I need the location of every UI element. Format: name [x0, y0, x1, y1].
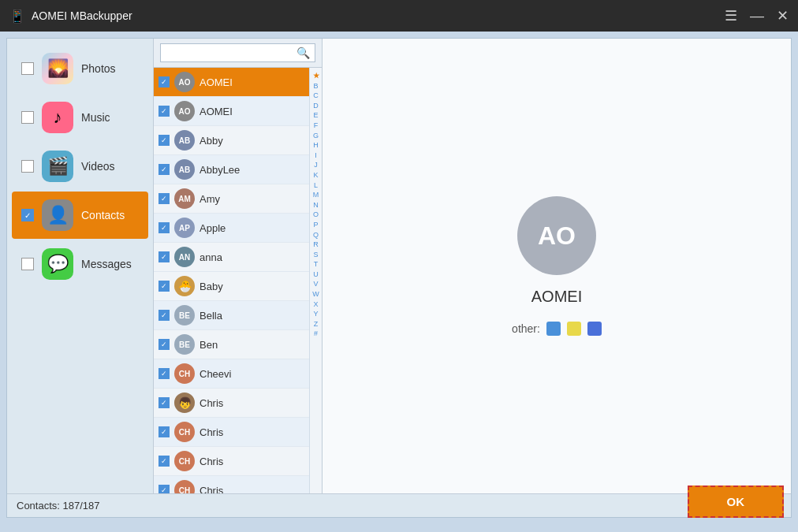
search-box[interactable]: 🔍: [160, 43, 315, 62]
contact-checkbox[interactable]: ✓: [158, 76, 170, 87]
category-checkbox-videos[interactable]: [21, 160, 34, 173]
contact-name: Apple: [200, 222, 226, 234]
contact-checkbox[interactable]: ✓: [158, 135, 170, 146]
alpha-index-item[interactable]: E: [313, 110, 318, 121]
category-label-videos: Videos: [81, 160, 115, 173]
titlebar-left: 📱 AOMEI MBackupper: [9, 9, 132, 24]
category-label-music: Music: [81, 111, 110, 124]
search-input[interactable]: [166, 47, 293, 58]
alpha-index-item[interactable]: X: [313, 299, 318, 310]
list-item[interactable]: ✓ BE Ben: [154, 330, 309, 359]
alpha-index-item[interactable]: O: [313, 210, 319, 220]
list-item[interactable]: ✓ AO AOMEI: [154, 68, 309, 97]
alpha-index-item[interactable]: C: [313, 91, 319, 101]
contact-avatar: CH: [174, 363, 195, 384]
contact-checkbox[interactable]: ✓: [158, 426, 170, 437]
contact-avatar: AO: [174, 101, 195, 121]
list-item[interactable]: ✓ BE Bella: [154, 301, 309, 330]
contact-avatar: AP: [174, 218, 195, 238]
alpha-index-item[interactable]: R: [313, 240, 319, 250]
list-item[interactable]: ✓ AB AbbyLee: [154, 155, 309, 184]
list-item[interactable]: ✓ CH Chris: [154, 447, 309, 476]
list-item[interactable]: ✓ AP Apple: [154, 214, 309, 243]
alpha-index-item[interactable]: G: [313, 131, 319, 141]
category-icon-videos: 🎬: [42, 151, 73, 182]
alpha-index-item[interactable]: V: [313, 279, 318, 289]
alpha-index-item[interactable]: D: [313, 101, 319, 111]
list-item[interactable]: ✓ CH Chris: [154, 476, 309, 493]
alpha-index-item[interactable]: P: [313, 220, 318, 230]
alpha-index-item[interactable]: Y: [313, 309, 318, 319]
contact-name: Ben: [200, 339, 218, 351]
category-label-photos: Photos: [81, 62, 116, 75]
alpha-index-item[interactable]: N: [313, 200, 319, 210]
alpha-index-item[interactable]: W: [312, 289, 319, 299]
contact-name: Cheevi: [200, 368, 231, 380]
category-item-messages[interactable]: 💬 Messages: [12, 240, 148, 288]
list-item[interactable]: ✓ AM Amy: [154, 184, 309, 214]
alpha-index-item[interactable]: L: [314, 180, 318, 191]
contact-name: Chris: [200, 456, 223, 467]
alpha-index-item[interactable]: H: [313, 140, 319, 151]
contact-name: Bella: [200, 310, 222, 322]
contact-checkbox[interactable]: ✓: [158, 251, 170, 262]
category-checkbox-messages[interactable]: [21, 258, 34, 270]
contact-name: Chris: [200, 485, 223, 494]
alpha-index-item[interactable]: I: [315, 151, 317, 161]
alpha-index-item[interactable]: T: [314, 259, 319, 270]
category-icon-photos: 🌄: [42, 53, 73, 84]
contact-checkbox[interactable]: ✓: [158, 339, 170, 350]
detail-avatar-initials: AO: [538, 221, 576, 251]
contact-checkbox[interactable]: ✓: [158, 310, 170, 321]
list-item[interactable]: ✓ AO AOMEI: [154, 97, 309, 126]
list-item[interactable]: ✓ CH Cheevi: [154, 359, 309, 389]
contact-checkbox[interactable]: ✓: [158, 164, 170, 175]
close-button[interactable]: ✕: [777, 7, 789, 24]
category-item-photos[interactable]: 🌄 Photos: [12, 45, 148, 92]
alpha-index-item[interactable]: J: [314, 160, 318, 170]
alpha-index[interactable]: ★BCDEFGHIJKLMNOPQRSTUVWXYZ#: [309, 68, 322, 493]
category-item-videos[interactable]: 🎬 Videos: [12, 143, 148, 190]
contact-name: Chris: [200, 397, 223, 409]
alpha-index-item[interactable]: U: [313, 270, 319, 280]
alpha-index-item[interactable]: K: [313, 170, 318, 180]
contact-checkbox[interactable]: ✓: [158, 485, 170, 493]
contact-checkbox[interactable]: ✓: [158, 193, 170, 204]
list-item[interactable]: ✓ AN anna: [154, 243, 309, 272]
alpha-index-item[interactable]: #: [314, 329, 318, 339]
contact-checkbox[interactable]: ✓: [158, 456, 170, 467]
contact-checkbox[interactable]: ✓: [158, 106, 170, 117]
category-item-music[interactable]: ♪ Music: [12, 94, 148, 141]
alpha-index-item[interactable]: ★: [313, 71, 319, 81]
alpha-index-item[interactable]: F: [314, 121, 319, 131]
alpha-index-item[interactable]: Q: [313, 230, 319, 240]
alpha-index-item[interactable]: Z: [314, 319, 319, 329]
contact-checkbox[interactable]: ✓: [158, 397, 170, 408]
ok-button[interactable]: OK: [688, 485, 785, 518]
contact-name: Abby: [200, 135, 223, 147]
category-checkbox-photos[interactable]: [21, 62, 34, 75]
contact-avatar: CH: [174, 422, 195, 442]
contact-checkbox[interactable]: ✓: [158, 222, 170, 233]
list-item[interactable]: ✓ 👦 Chris: [154, 389, 309, 418]
alpha-index-item[interactable]: S: [313, 250, 318, 260]
menu-icon[interactable]: ☰: [725, 7, 737, 24]
contact-checkbox[interactable]: ✓: [158, 281, 170, 292]
category-icon-messages: 💬: [42, 248, 73, 280]
category-item-contacts[interactable]: ✓ 👤 Contacts: [12, 192, 148, 239]
alpha-index-item[interactable]: M: [313, 190, 319, 200]
category-label-messages: Messages: [81, 258, 132, 270]
contact-checkbox[interactable]: ✓: [158, 368, 170, 379]
contact-avatar: AB: [174, 130, 195, 151]
contact-avatar: CH: [174, 451, 195, 471]
category-checkbox-music[interactable]: [21, 111, 34, 124]
list-item[interactable]: ✓ CH Chris: [154, 418, 309, 447]
category-checkbox-contacts[interactable]: ✓: [21, 209, 34, 221]
contact-name: AbbyLee: [200, 164, 240, 176]
minimize-button[interactable]: —: [750, 8, 764, 24]
category-icon-contacts: 👤: [42, 199, 73, 231]
list-item[interactable]: ✓ AB Abby: [154, 126, 309, 155]
list-item[interactable]: ✓ 🐣 Baby: [154, 272, 309, 301]
contact-name: Chris: [200, 426, 223, 438]
alpha-index-item[interactable]: B: [313, 81, 318, 91]
